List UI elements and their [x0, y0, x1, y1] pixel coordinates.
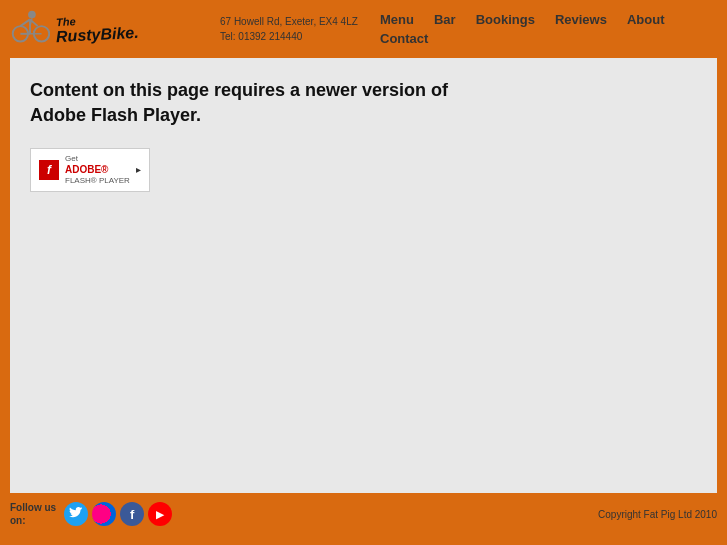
- twitter-icon[interactable]: [64, 502, 88, 526]
- flickr-icon[interactable]: [92, 502, 116, 526]
- site-header: The RustyBike. 67 Howell Rd, Exeter, EX4…: [0, 0, 727, 58]
- flash-badge-text: Get ADOBE® FLASH® PLAYER: [65, 154, 130, 185]
- address-line2: Tel: 01392 214440: [220, 29, 370, 44]
- flash-get-label: Get: [65, 154, 130, 164]
- flash-player-label: FLASH® PLAYER: [65, 176, 130, 186]
- nav-row-1: Menu Bar Bookings Reviews About: [380, 12, 664, 27]
- flash-message-line1: Content on this page requires a newer ve…: [30, 80, 448, 100]
- main-content: Content on this page requires a newer ve…: [10, 58, 717, 493]
- follow-area: Follow us on: f ▶: [10, 501, 172, 527]
- nav-bar[interactable]: Bar: [434, 12, 456, 27]
- youtube-icon[interactable]: ▶: [148, 502, 172, 526]
- social-icons: f ▶: [64, 502, 172, 526]
- address-line1: 67 Howell Rd, Exeter, EX4 4LZ: [220, 14, 370, 29]
- facebook-icon[interactable]: f: [120, 502, 144, 526]
- logo-text-rustybike: RustyBike.: [56, 24, 140, 46]
- nav-contact[interactable]: Contact: [380, 31, 428, 46]
- nav-menu[interactable]: Menu: [380, 12, 414, 27]
- logo-area: The RustyBike.: [10, 5, 220, 53]
- nav-area: Menu Bar Bookings Reviews About Contact: [370, 12, 717, 46]
- flash-badge[interactable]: f Get ADOBE® FLASH® PLAYER ▸: [30, 148, 150, 191]
- flash-message-line2: Adobe Flash Player.: [30, 105, 201, 125]
- svg-point-7: [28, 11, 36, 19]
- site-footer: Follow us on: f ▶ Copyright Fat Pig Ltd …: [0, 493, 727, 535]
- flash-adobe-label: ADOBE®: [65, 164, 130, 176]
- address-area: 67 Howell Rd, Exeter, EX4 4LZ Tel: 01392…: [220, 14, 370, 44]
- nav-bookings[interactable]: Bookings: [476, 12, 535, 27]
- flash-badge-arrow-icon: ▸: [136, 164, 141, 175]
- follow-label: Follow us on:: [10, 501, 56, 527]
- nav-about[interactable]: About: [627, 12, 665, 27]
- flash-message: Content on this page requires a newer ve…: [30, 78, 697, 128]
- nav-reviews[interactable]: Reviews: [555, 12, 607, 27]
- svg-line-2: [20, 19, 30, 26]
- logo-icon: [10, 5, 50, 53]
- copyright-text: Copyright Fat Pig Ltd 2010: [598, 509, 717, 520]
- nav-row-2: Contact: [380, 31, 428, 46]
- flash-icon: f: [39, 160, 59, 180]
